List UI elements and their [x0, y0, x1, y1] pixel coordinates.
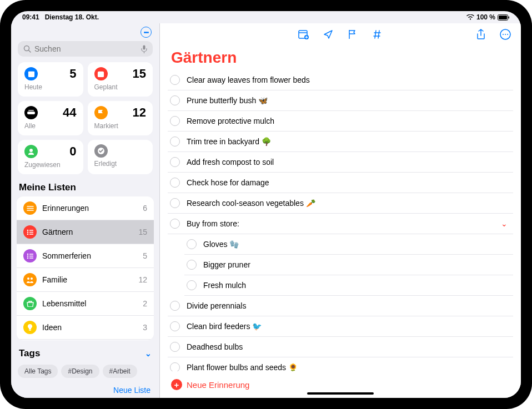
reminder-row[interactable]: Prune butterfly bush 🦋 [168, 90, 513, 111]
reminder-checkbox[interactable] [187, 260, 197, 270]
reminder-row[interactable]: Bigger pruner [184, 255, 513, 275]
tag-pill[interactable]: Alle Tags [18, 365, 58, 378]
svg-point-11 [29, 149, 33, 152]
reminder-checkbox[interactable] [170, 157, 180, 167]
geplant-icon [94, 67, 108, 80]
search-field[interactable] [18, 41, 153, 57]
reminder-checkbox[interactable] [170, 137, 180, 147]
mic-icon[interactable] [141, 45, 147, 53]
reminder-text: Buy from store: [187, 219, 494, 228]
tag-pill[interactable]: #Arbeit [103, 365, 137, 378]
main-more-button[interactable] [500, 29, 511, 40]
reminder-row[interactable]: Buy from store:⌄ [168, 214, 513, 234]
smart-card-markiert[interactable]: 12Markiert [88, 101, 153, 135]
svg-point-22 [27, 253, 28, 255]
reminder-row[interactable]: Research cool-season vegetables 🥕 [168, 193, 513, 214]
reminder-row[interactable]: Check hose for damage [168, 173, 513, 193]
reminder-text: Divide perennials [187, 301, 511, 310]
search-icon [23, 45, 31, 53]
alle-icon [24, 106, 38, 119]
reminder-checkbox[interactable] [170, 116, 180, 126]
my-lists-header: Meine Listen [19, 182, 152, 193]
reminder-row[interactable]: Deadhesd bulbs [168, 337, 513, 357]
list-item-familie[interactable]: Familie12 [17, 267, 154, 291]
list-name: Familie [42, 275, 133, 284]
list-name: Erinnerungen [42, 204, 137, 213]
sidebar: ••• 5Heute15Geplant44Alle12Markiert0Zuge… [11, 23, 160, 398]
calendar-add-icon[interactable] [298, 29, 309, 40]
flag-icon[interactable] [347, 29, 358, 40]
smart-label: Heute [24, 83, 77, 91]
reminder-row[interactable]: Fresh mulch [184, 275, 513, 296]
status-battery: 100 % [476, 13, 495, 21]
reminder-checkbox[interactable] [170, 321, 180, 331]
more-options-button[interactable]: ••• [140, 27, 152, 38]
list-item-ideen[interactable]: Ideen3 [17, 315, 154, 339]
list-item-sommerferien[interactable]: Sommerferien5 [17, 244, 154, 267]
reminder-checkbox[interactable] [170, 362, 180, 371]
smart-label: Geplant [94, 83, 147, 91]
svg-rect-7 [28, 71, 34, 73]
reminder-row[interactable]: Remove protective mulch [168, 111, 513, 132]
reminder-row[interactable]: Clean bird feeders 🐦 [168, 316, 513, 337]
toolbar [160, 23, 521, 42]
list-name: Ideen [42, 323, 137, 332]
reminder-text: Check hose for damage [187, 178, 511, 187]
new-list-button[interactable]: Neue Liste [113, 386, 150, 395]
reminder-checkbox[interactable] [170, 75, 180, 85]
list-item-erinnerungen[interactable]: Erinnerungen6 [17, 196, 154, 220]
list-count: 5 [143, 251, 147, 260]
list-item-lebensmittel[interactable]: Lebensmittel2 [17, 291, 154, 315]
list-icon [23, 249, 37, 262]
reminder-row[interactable]: Gloves 🧤 [184, 234, 513, 255]
reminder-checkbox[interactable] [187, 239, 197, 249]
reminder-checkbox[interactable] [170, 95, 180, 105]
smart-card-alle[interactable]: 44Alle [18, 101, 83, 135]
home-indicator[interactable] [307, 392, 374, 395]
hashtag-icon[interactable] [372, 29, 383, 40]
smart-count: 0 [69, 144, 76, 159]
reminder-checkbox[interactable] [170, 219, 180, 229]
wifi-icon [466, 14, 474, 20]
chevron-down-icon: ⌄ [145, 349, 152, 358]
reminder-checkbox[interactable] [170, 301, 180, 311]
chevron-down-icon[interactable]: ⌄ [501, 219, 511, 228]
list-name: Lebensmittel [42, 299, 137, 308]
smart-label: Markiert [94, 122, 147, 130]
share-icon[interactable] [475, 29, 486, 40]
battery-icon [498, 14, 510, 21]
reminder-row[interactable]: Add fresh compost to soil [168, 152, 513, 173]
status-time: 09:41 [22, 13, 39, 21]
list-icon [23, 297, 37, 310]
svg-point-37 [507, 34, 508, 35]
reminder-text: Prune butterfly bush 🦋 [187, 96, 511, 105]
reminder-row[interactable]: Clear away leaves from flower beds [168, 70, 513, 90]
reminder-text: Bigger pruner [203, 260, 511, 269]
smart-card-geplant[interactable]: 15Geplant [88, 62, 153, 97]
list-item-arbeit[interactable]: Arbeit1 [17, 339, 154, 340]
plus-icon: + [171, 379, 182, 390]
smart-card-erledigt[interactable]: Erledigt [88, 140, 153, 174]
list-count: 3 [143, 323, 147, 332]
list-count: 2 [143, 299, 147, 308]
reminder-checkbox[interactable] [170, 178, 180, 188]
smart-label: Alle [24, 122, 77, 130]
heute-icon [24, 67, 38, 80]
reminder-checkbox[interactable] [170, 198, 180, 208]
reminder-checkbox[interactable] [170, 342, 180, 352]
svg-rect-8 [98, 71, 104, 77]
reminder-row[interactable]: Trim tree in backyard 🌳 [168, 132, 513, 152]
smart-count: 12 [133, 105, 146, 120]
search-input[interactable] [34, 44, 138, 53]
location-icon[interactable] [323, 29, 334, 40]
reminder-checkbox[interactable] [187, 280, 197, 290]
tag-pill[interactable]: #Design [61, 365, 99, 378]
reminder-row[interactable]: Plant flower bulbs and seeds 🌻 [168, 357, 513, 371]
svg-rect-1 [499, 16, 507, 19]
smart-card-heute[interactable]: 5Heute [18, 62, 83, 97]
list-item-gärtnern[interactable]: Gärtnern15 [17, 220, 154, 244]
reminder-row[interactable]: Divide perennials [168, 296, 513, 316]
smart-label: Zugewiesen [24, 161, 77, 169]
tags-header[interactable]: Tags ⌄ [19, 348, 152, 359]
smart-card-zugewiesen[interactable]: 0Zugewiesen [18, 140, 83, 174]
